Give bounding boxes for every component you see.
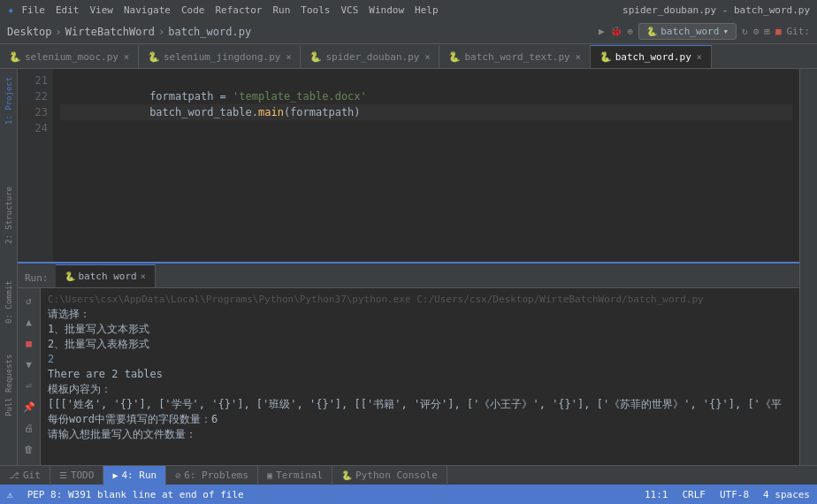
menu-vcs[interactable]: VCS (340, 4, 358, 16)
menu-edit[interactable]: Edit (56, 4, 80, 16)
run-output-6: [[['姓名', '{}'], ['学号', '{}'], ['班级', '{}… (48, 397, 792, 412)
tab-close-0[interactable]: × (124, 52, 129, 62)
tab-selenium-jingdong[interactable]: 🐍 selenium_jingdong.py × (139, 45, 301, 68)
bottom-btn-problems[interactable]: ⊘ 6: Problems (166, 466, 258, 485)
run-toolbar: ↺ ▲ ■ ▼ ⏎ 📌 🖨 🗑 (18, 288, 41, 465)
editor-area: 21 22 23 24 formatpath = 'template_table… (18, 69, 799, 465)
run-tab-batch-word[interactable]: 🐍 batch word × (56, 264, 156, 287)
sidebar-commit-icon[interactable]: 0: Commit (1, 276, 17, 329)
sidebar-structure-icon[interactable]: 2: Structure (1, 184, 17, 246)
line-num-24: 24 (18, 120, 48, 136)
run-output-1: 1、批量写入文本形式 (48, 322, 792, 337)
run-restart-btn[interactable]: ↺ (20, 292, 38, 309)
menu-refactor[interactable]: Refactor (215, 4, 262, 16)
menu-code[interactable]: Code (181, 4, 205, 16)
run-wrap-btn[interactable]: ⏎ (20, 377, 38, 394)
bottom-btn-todo-label: TODO (71, 470, 95, 481)
bottom-btn-git[interactable]: ⎇ Git (0, 466, 50, 485)
right-sidebar (799, 69, 817, 465)
menu-bar[interactable]: File Edit View Navigate Code Refactor Ru… (21, 4, 438, 16)
menu-help[interactable]: Help (415, 4, 439, 16)
run-tab-bar: Run: 🐍 batch word × (18, 263, 799, 288)
run-config-label: batch_word (660, 26, 719, 37)
bottom-btn-python-console-label: Python Console (355, 470, 438, 481)
run-content-wrapper: ↺ ▲ ■ ▼ ⏎ 📌 🖨 🗑 C:\Users\csx\AppData\Loc… (18, 288, 799, 465)
line-num-23: 23 (18, 104, 48, 120)
terminal-icon: ▣ (267, 470, 272, 480)
status-line-ending: CRLF (682, 489, 706, 500)
status-bar: ⚠ PEP 8: W391 blank line at end of file … (0, 485, 817, 504)
run-pin-btn[interactable]: 📌 (20, 398, 38, 416)
settings-icon: ⚙ (753, 26, 760, 37)
run-config-area: ▶ 🐞 ⊕ 🐍 batch_word ▾ ↻ ⚙ ⊞ ■ Git: (599, 23, 810, 40)
tab-icon-3: 🐍 (448, 51, 461, 63)
bookmark-icon: ⊞ (764, 26, 770, 37)
status-indent: 4 spaces (763, 489, 810, 500)
status-right: 11:1 CRLF UTF-8 4 spaces (645, 489, 810, 500)
run-tab-label: batch word (79, 271, 137, 282)
run-cmd-line: C:\Users\csx\AppData\Local\Programs\Pyth… (48, 292, 792, 307)
breadcrumb-desktop[interactable]: Desktop (7, 26, 52, 38)
tab-close-4[interactable]: × (697, 52, 702, 62)
editor-tab-bar: 🐍 selenium_mooc.py × 🐍 selenium_jingdong… (0, 44, 817, 69)
tab-close-2[interactable]: × (424, 52, 430, 62)
coverage-icon: ⊕ (628, 26, 634, 37)
bottom-btn-terminal[interactable]: ▣ Terminal (258, 466, 332, 485)
run-clear-btn[interactable]: 🗑 (20, 440, 38, 458)
menu-file[interactable]: File (21, 4, 45, 16)
status-warning-text: PEP 8: W391 blank line at end of file (27, 489, 244, 500)
bottom-btn-todo[interactable]: ☰ TODO (50, 466, 104, 485)
status-warning-icon: ⚠ (7, 489, 13, 500)
code-content[interactable]: formatpath = 'template_table.docx' batch… (53, 69, 799, 262)
run-scroll-down-btn[interactable]: ▼ (20, 355, 38, 373)
run-print-btn[interactable]: 🖨 (20, 419, 38, 437)
bottom-btn-run[interactable]: ▶ 4: Run (103, 466, 166, 485)
tab-batch-word[interactable]: 🐍 batch_word.py × (591, 45, 712, 68)
run-output-3: 2 (48, 352, 792, 367)
tab-close-3[interactable]: × (576, 52, 581, 62)
left-sidebar: 1: Project 2: Structure 0: Commit Pull R… (0, 69, 18, 465)
tab-label-4: batch_word.py (615, 51, 691, 63)
stop-icon: ■ (775, 26, 782, 37)
run-tab-close[interactable]: × (141, 271, 146, 281)
breadcrumb-bar: Desktop › WirteBatchWord › batch_word.py… (0, 19, 817, 44)
tab-label-0: selenium_mooc.py (25, 51, 118, 63)
git-icon: ⎇ (9, 470, 19, 480)
bottom-btn-terminal-label: Terminal (276, 470, 323, 481)
tab-batch-word-text[interactable]: 🐍 batch_word_text.py × (439, 45, 590, 68)
run-scroll-up-btn[interactable]: ▲ (20, 313, 38, 331)
menu-window[interactable]: Window (369, 4, 404, 16)
bug-icon: 🐞 (610, 26, 622, 37)
bottom-btn-python-console[interactable]: 🐍 Python Console (332, 466, 447, 485)
line-num-22: 22 (18, 88, 48, 104)
git-label: Git: (787, 26, 811, 37)
tab-close-1[interactable]: × (286, 52, 291, 62)
menu-view[interactable]: View (89, 4, 113, 16)
run-output-0: 请选择： (48, 307, 792, 322)
code-line-24 (60, 120, 792, 136)
run-output-2: 2、批量写入表格形式 (48, 337, 792, 352)
sidebar-pull-icon[interactable]: Pull Requests (1, 350, 17, 421)
tab-spider-douban[interactable]: 🐍 spider_douban.py × (301, 45, 439, 68)
tab-icon-2: 🐍 (309, 51, 322, 63)
todo-icon: ☰ (59, 470, 67, 480)
breadcrumb-wirtebatchword[interactable]: WirteBatchWord (65, 26, 155, 38)
run-play-icon: ▶ (112, 470, 118, 480)
status-encoding: UTF-8 (720, 489, 749, 500)
sidebar-project-icon[interactable]: 1: Project (1, 74, 17, 127)
menu-tools[interactable]: Tools (301, 4, 330, 16)
bottom-btn-git-label: Git (23, 470, 41, 481)
tab-label-2: spider_douban.py (325, 51, 419, 63)
main-layout: 1: Project 2: Structure 0: Commit Pull R… (0, 69, 817, 465)
run-panel: Run: 🐍 batch word × ↺ ▲ ■ ▼ ⏎ 📌 🖨 🗑 (18, 262, 799, 465)
code-line-21: formatpath = 'template_table.docx' (60, 73, 792, 88)
menu-run[interactable]: Run (272, 4, 290, 16)
breadcrumb-file[interactable]: batch_word.py (168, 26, 251, 38)
tab-selenium-mooc[interactable]: 🐍 selenium_mooc.py × (0, 45, 139, 68)
run-config-box[interactable]: 🐍 batch_word ▾ (638, 23, 737, 40)
menu-navigate[interactable]: Navigate (124, 4, 171, 16)
window-title: spider_douban.py - batch_word.py (622, 4, 810, 16)
code-editor[interactable]: 21 22 23 24 formatpath = 'template_table… (18, 69, 799, 262)
bottom-toolbar: ⎇ Git ☰ TODO ▶ 4: Run ⊘ 6: Problems ▣ Te… (0, 465, 817, 485)
run-stop-btn[interactable]: ■ (20, 334, 38, 352)
